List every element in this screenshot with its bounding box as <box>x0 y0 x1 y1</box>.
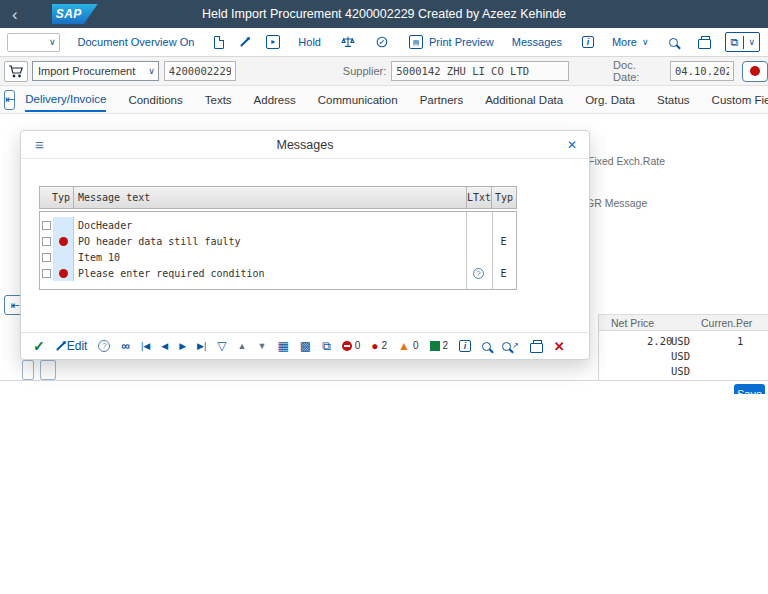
tab-custom-fields[interactable]: Custom Fie... <box>712 88 768 111</box>
layout-grid-icon[interactable]: ▦ <box>277 340 288 352</box>
message-indicator-button[interactable] <box>742 61 768 82</box>
display-change-icon[interactable] <box>244 36 246 48</box>
dialog-header: ≡ Messages ✕ <box>21 131 589 159</box>
message-row[interactable]: PO header data still faulty E <box>40 233 516 249</box>
printer-icon[interactable] <box>698 36 711 49</box>
dialog-title: Messages <box>21 138 589 152</box>
header-tabs: ⇤ Delivery/Invoice Conditions Texts Addr… <box>0 86 768 114</box>
search-icon[interactable] <box>482 342 491 351</box>
supplier-field[interactable] <box>391 61 569 81</box>
row-checkbox[interactable] <box>42 269 51 278</box>
tab-communication[interactable]: Communication <box>318 88 398 111</box>
annotate-icon[interactable] <box>375 35 389 49</box>
background-partial-icon <box>22 360 34 380</box>
typ2-column-header[interactable]: Typ <box>491 187 516 208</box>
background-partial-icon <box>40 360 56 380</box>
item-table-fragment: Net Price Curren... Per 2.20 USD 1 USD U… <box>598 314 768 380</box>
display-glasses-icon[interactable]: ∞ <box>121 340 130 352</box>
other-document-icon[interactable]: ▸ <box>266 35 280 49</box>
tab-conditions[interactable]: Conditions <box>128 88 182 111</box>
success-count[interactable]: 2 <box>430 341 449 351</box>
severity-cell <box>53 217 73 233</box>
more-chevron-icon[interactable]: ∨ <box>642 38 649 47</box>
messages-table-body: DocHeader PO header data still faulty E … <box>39 211 517 290</box>
po-number-field[interactable] <box>164 61 236 81</box>
cart-button[interactable] <box>4 61 28 82</box>
row-checkbox[interactable] <box>42 237 51 246</box>
messages-button[interactable]: Messages <box>512 36 562 48</box>
next-row-icon[interactable]: ▶ <box>179 342 186 351</box>
search-next-icon[interactable]: ↗ <box>502 342 519 351</box>
document-type-value: Import Procurement <box>38 65 135 77</box>
print-preview-button[interactable]: Print Preview <box>429 36 494 48</box>
search-icon[interactable] <box>669 38 678 47</box>
tab-org-data[interactable]: Org. Data <box>585 88 635 111</box>
tab-partners[interactable]: Partners <box>420 88 463 111</box>
gui-window-icon[interactable]: ⧉ <box>726 36 745 49</box>
tab-address[interactable]: Address <box>254 88 296 111</box>
window-title: Held Import Procurement 4200002229 Creat… <box>0 7 768 21</box>
save-button[interactable]: Save <box>734 384 765 394</box>
more-button[interactable]: More <box>612 36 637 48</box>
filter-icon[interactable]: ▽ <box>217 340 226 352</box>
message-row[interactable]: DocHeader <box>40 217 516 233</box>
print-preview-icon[interactable]: ▤ <box>409 35 423 49</box>
help-icon[interactable]: ? <box>98 340 110 352</box>
shell-bar: ‹ SAP Held Import Procurement 4200002229… <box>0 0 768 28</box>
row-checkbox[interactable] <box>42 221 51 230</box>
chevron-down-icon[interactable]: ∨ <box>49 37 56 47</box>
abort-count[interactable]: 0 <box>342 341 361 351</box>
info-icon[interactable]: i <box>459 340 471 352</box>
document-type-select[interactable]: Import Procurement ∨ <box>32 61 159 81</box>
document-overview-button[interactable]: Document Overview On <box>78 36 195 48</box>
item-row[interactable]: USD <box>599 363 768 378</box>
hold-button[interactable]: Hold <box>298 36 321 48</box>
printer-icon[interactable] <box>530 340 543 353</box>
item-row[interactable]: 2.20 USD 1 <box>599 333 768 348</box>
copy-icon[interactable]: ⧉ <box>322 340 331 352</box>
warning-count[interactable]: ▲ 0 <box>398 340 418 352</box>
row-checkbox[interactable] <box>42 253 51 262</box>
cancel-icon[interactable]: ✕ <box>554 340 565 353</box>
typ-column-header[interactable]: Typ <box>40 187 73 208</box>
check-scales-icon[interactable] <box>341 35 355 49</box>
edit-button[interactable]: Edit <box>60 340 88 352</box>
error-count[interactable]: ● 2 <box>371 340 387 352</box>
info-icon[interactable]: i <box>582 36 594 48</box>
close-icon[interactable]: ✕ <box>567 138 577 152</box>
message-text: DocHeader <box>73 217 466 233</box>
previous-row-icon[interactable]: ◀ <box>161 342 168 351</box>
error-dot-icon: ● <box>371 340 378 352</box>
gr-message-label: GR Message <box>586 197 647 209</box>
footer-bar: Save <box>0 380 768 394</box>
sort-descending-icon[interactable]: ▼ <box>258 342 267 351</box>
tab-status[interactable]: Status <box>657 88 690 111</box>
collapse-header-icon[interactable]: ⇤ <box>4 90 15 110</box>
doc-date-field[interactable] <box>670 61 734 81</box>
messages-dialog: ≡ Messages ✕ Typ Message text LTxt Typ D… <box>20 130 590 360</box>
command-field[interactable]: ∨ <box>7 33 60 52</box>
message-row[interactable]: Item 10 <box>40 249 516 265</box>
error-status-icon <box>750 66 760 76</box>
first-row-icon[interactable]: |◀ <box>141 342 150 351</box>
gui-options-chevron-icon[interactable]: ∨ <box>744 37 759 47</box>
typ-cell <box>491 217 516 233</box>
long-text-icon[interactable]: ? <box>473 268 484 279</box>
message-text-column-header[interactable]: Message text <box>73 187 466 208</box>
layout-grid-alt-icon[interactable]: ▩ <box>300 340 311 352</box>
warning-triangle-icon: ▲ <box>398 340 410 352</box>
tab-texts[interactable]: Texts <box>205 88 232 111</box>
gui-options-split-button[interactable]: ⧉ ∨ <box>725 32 760 52</box>
sort-ascending-icon[interactable]: ▲ <box>238 342 247 351</box>
per-header: Per <box>736 317 752 329</box>
create-document-icon[interactable] <box>214 36 224 49</box>
tab-additional-data[interactable]: Additional Data <box>485 88 563 111</box>
last-row-icon[interactable]: ▶| <box>197 342 206 351</box>
message-row[interactable]: Please enter required condition ? E <box>40 265 516 281</box>
ltxt-column-header[interactable]: LTxt <box>466 187 491 208</box>
chevron-down-icon[interactable]: ∨ <box>148 66 155 76</box>
confirm-check-icon[interactable]: ✓ <box>33 339 45 353</box>
item-row[interactable]: USD <box>599 348 768 363</box>
success-square-icon <box>430 341 440 351</box>
tab-delivery-invoice[interactable]: Delivery/Invoice <box>25 87 106 112</box>
